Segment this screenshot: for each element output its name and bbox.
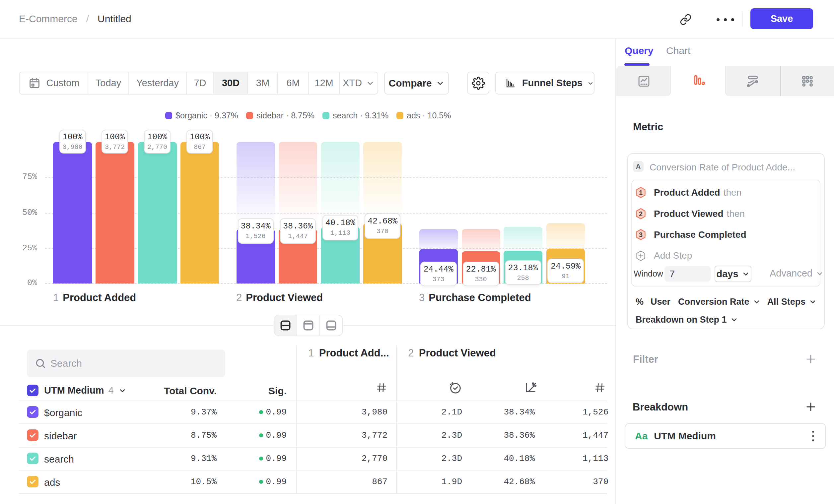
svg-text:3: 3	[639, 231, 642, 238]
svg-text:1: 1	[639, 189, 642, 196]
svg-text:2: 2	[639, 210, 642, 217]
